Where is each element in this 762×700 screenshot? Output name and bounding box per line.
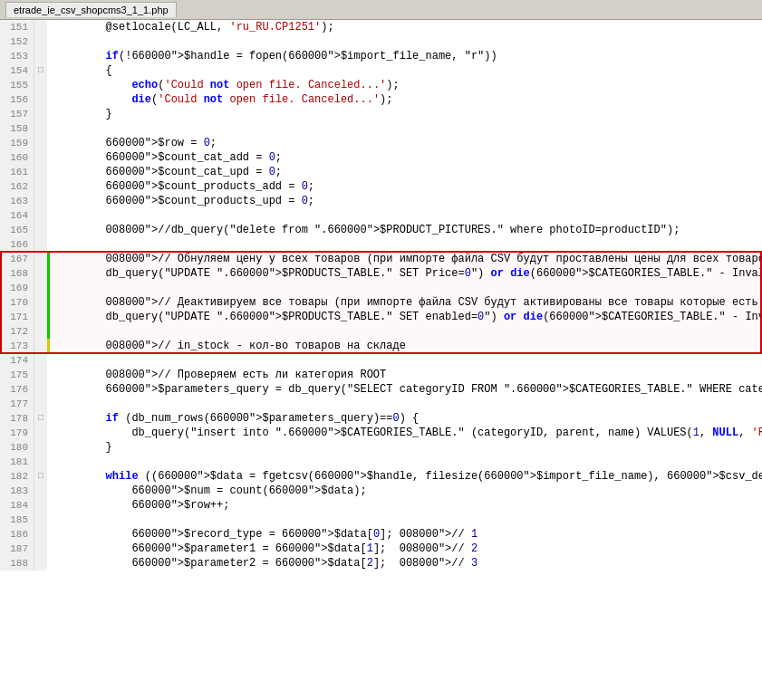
fold-icon: [34, 266, 47, 281]
line-number: 152: [0, 34, 34, 49]
code-line: 160 660000">$count_cat_add = 0;: [0, 150, 762, 165]
code-line: 182□ while ((660000">$data = fgetcsv(660…: [0, 469, 762, 484]
code-line: 153 if(!660000">$handle = fopen(660000">…: [0, 49, 762, 63]
line-number: 154: [0, 63, 34, 78]
code-editor: 151 @setlocale(LC_ALL, 'ru_RU.CP1251');1…: [0, 20, 762, 700]
line-number: 173: [0, 339, 34, 353]
fold-icon: [34, 324, 47, 339]
line-number: 158: [0, 121, 34, 136]
fold-icon: [34, 237, 47, 252]
line-content: 660000">$count_products_add = 0;: [50, 179, 762, 194]
line-content: 008000">// Проверяем есть ли категория R…: [50, 368, 762, 382]
fold-icon: [34, 92, 47, 107]
line-number: 167: [0, 252, 34, 266]
line-content: [50, 208, 762, 223]
fold-icon: [34, 455, 47, 469]
line-number: 168: [0, 266, 34, 281]
line-content: [50, 34, 762, 49]
line-number: 157: [0, 107, 34, 121]
code-line: 166: [0, 237, 762, 252]
line-content: [50, 455, 762, 469]
line-number: 177: [0, 397, 34, 411]
fold-icon: [34, 121, 47, 136]
fold-icon: [34, 440, 47, 455]
code-line: 162 660000">$count_products_add = 0;: [0, 179, 762, 194]
line-number: 165: [0, 223, 34, 237]
line-content: db_query("insert into ".660000">$CATEGOR…: [50, 426, 762, 440]
line-content: [50, 121, 762, 136]
line-content: if(!660000">$handle = fopen(660000">$imp…: [50, 49, 762, 63]
fold-icon: [34, 49, 47, 63]
fold-icon: [34, 527, 47, 542]
fold-icon: [34, 252, 47, 266]
fold-icon: [34, 339, 47, 353]
code-line: 151 @setlocale(LC_ALL, 'ru_RU.CP1251');: [0, 20, 762, 34]
line-number: 180: [0, 440, 34, 455]
line-number: 176: [0, 382, 34, 397]
line-number: 183: [0, 484, 34, 498]
tab-label: etrade_ie_csv_shopcms3_1_1.php: [14, 5, 169, 15]
line-number: 164: [0, 208, 34, 223]
fold-icon[interactable]: □: [34, 469, 47, 484]
fold-icon: [34, 556, 47, 571]
line-content: 660000">$parameters_query = db_query("SE…: [50, 382, 762, 397]
line-content: [50, 353, 762, 368]
code-line: 186 660000">$record_type = 660000">$data…: [0, 527, 762, 542]
file-tab[interactable]: etrade_ie_csv_shopcms3_1_1.php: [5, 2, 177, 17]
line-number: 182: [0, 469, 34, 484]
code-line: 155 echo('Could not open file. Canceled.…: [0, 78, 762, 92]
code-lines: 151 @setlocale(LC_ALL, 'ru_RU.CP1251');1…: [0, 20, 762, 700]
title-bar: etrade_ie_csv_shopcms3_1_1.php: [0, 0, 762, 20]
fold-icon[interactable]: □: [34, 411, 47, 426]
fold-icon: [34, 368, 47, 382]
line-content: [50, 513, 762, 527]
line-number: 162: [0, 179, 34, 194]
line-number: 185: [0, 513, 34, 527]
code-line: 179 db_query("insert into ".660000">$CAT…: [0, 426, 762, 440]
code-line: 157 }: [0, 107, 762, 121]
line-content: 660000">$count_products_upd = 0;: [50, 194, 762, 208]
fold-icon: [34, 179, 47, 194]
line-content: 660000">$count_cat_upd = 0;: [50, 165, 762, 179]
line-content: }: [50, 440, 762, 455]
line-content: [50, 281, 762, 295]
line-content: 008000">// in_stock - кол-во товаров на …: [50, 339, 762, 353]
fold-icon: [34, 484, 47, 498]
line-number: 171: [0, 310, 34, 324]
line-content: 660000">$parameter1 = 660000">$data[1]; …: [50, 542, 762, 556]
line-number: 175: [0, 368, 34, 382]
line-content: 008000">// Обнуляем цену у всех товаров …: [50, 252, 762, 266]
fold-icon[interactable]: □: [34, 63, 47, 78]
line-number: 169: [0, 281, 34, 295]
line-content: 660000">$parameter2 = 660000">$data[2]; …: [50, 556, 762, 571]
line-number: 156: [0, 92, 34, 107]
line-number: 153: [0, 49, 34, 63]
line-content: 008000">// Деактивируем все товары (при …: [50, 295, 762, 310]
code-line: 185: [0, 513, 762, 527]
line-number: 160: [0, 150, 34, 165]
fold-icon: [34, 136, 47, 150]
fold-icon: [34, 150, 47, 165]
code-line: 161 660000">$count_cat_upd = 0;: [0, 165, 762, 179]
code-line: 154□ {: [0, 63, 762, 78]
fold-icon: [34, 223, 47, 237]
line-content: echo('Could not open file. Canceled...')…: [50, 78, 762, 92]
fold-icon: [34, 107, 47, 121]
code-line: 180 }: [0, 440, 762, 455]
code-line: 169: [0, 281, 762, 295]
fold-icon: [34, 426, 47, 440]
fold-icon: [34, 542, 47, 556]
line-content: 660000">$record_type = 660000">$data[0];…: [50, 527, 762, 542]
code-line: 171 db_query("UPDATE ".660000">$PRODUCTS…: [0, 310, 762, 324]
line-content: 008000">//db_query("delete from ".660000…: [50, 223, 762, 237]
line-number: 170: [0, 295, 34, 310]
code-line: 183 660000">$num = count(660000">$data);: [0, 484, 762, 498]
line-content: db_query("UPDATE ".660000">$PRODUCTS_TAB…: [50, 310, 762, 324]
line-number: 161: [0, 165, 34, 179]
fold-icon: [34, 498, 47, 513]
line-number: 184: [0, 498, 34, 513]
line-number: 155: [0, 78, 34, 92]
line-number: 174: [0, 353, 34, 368]
code-line: 177: [0, 397, 762, 411]
line-content: 660000">$row++;: [50, 498, 762, 513]
